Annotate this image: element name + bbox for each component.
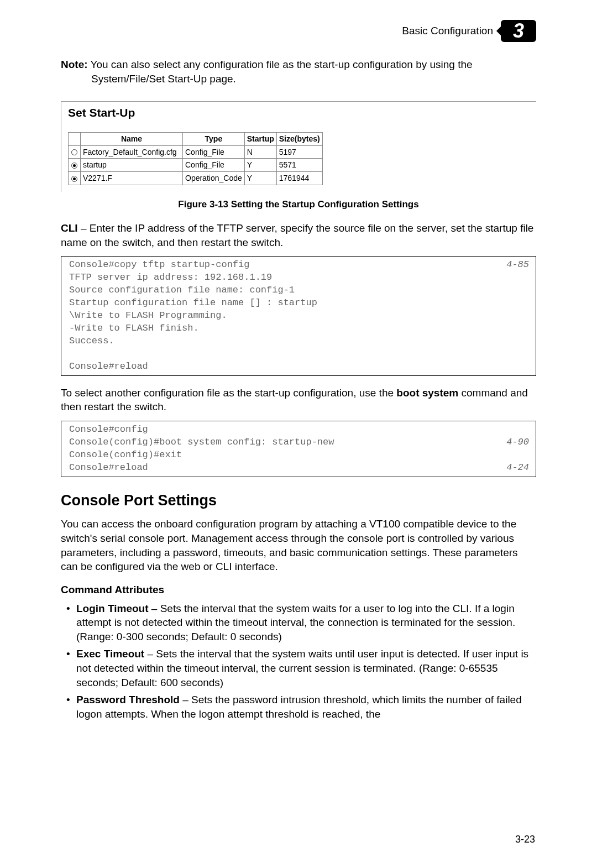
code-line: Console#reload [69, 361, 148, 372]
cell-size: 5571 [276, 159, 322, 172]
code-ref: 4-90 [506, 436, 529, 449]
radio-input[interactable] [71, 163, 77, 169]
command-attributes-heading: Command Attributes [61, 583, 536, 597]
table-header-row: Name Type Startup Size(bytes) [69, 132, 323, 145]
header-size: Size(bytes) [276, 132, 322, 145]
cli-paragraph: CLI – Enter the IP address of the TFTP s… [61, 221, 536, 249]
code-line: Success. [69, 336, 114, 346]
list-item: Login Timeout – Sets the interval that t… [61, 602, 536, 644]
list-item: Exec Timeout – Sets the interval that th… [61, 647, 536, 689]
figure-caption: Figure 3-13 Setting the Startup Configur… [61, 198, 536, 211]
note-text-line1: You can also select any configuration fi… [88, 59, 473, 70]
radio-input[interactable] [71, 149, 77, 155]
code-line: Startup configuration file name [] : sta… [69, 297, 317, 308]
code-block-2: Console#config Console(config)#boot syst… [61, 421, 536, 477]
code-ref: 4-24 [506, 462, 529, 474]
section-title: Console Port Settings [61, 490, 536, 510]
table-row: Factory_Default_Config.cfg Config_File N… [69, 145, 323, 159]
section-intro: You can access the onboard configuration… [61, 517, 536, 574]
code-line: \Write to FLASH Programming. [69, 310, 227, 321]
para-boot-system: To select another configuration file as … [61, 386, 536, 414]
note-label: Note: [61, 59, 88, 70]
radio-input[interactable] [71, 176, 77, 182]
para2-bold: boot system [396, 387, 458, 399]
attr-desc: – Sets the interval that the system wait… [76, 648, 528, 688]
attr-name: Login Timeout [76, 603, 149, 614]
code-ref: 4-85 [506, 259, 529, 271]
cell-name: V2271.F [81, 172, 183, 185]
cli-bold: CLI [61, 222, 78, 234]
header-radio [69, 132, 81, 145]
cell-type: Config_File [183, 145, 245, 159]
cli-rest: – Enter the IP address of the TFTP serve… [61, 222, 533, 248]
cell-type: Config_File [183, 159, 245, 172]
cell-name: Factory_Default_Config.cfg [81, 145, 183, 159]
cell-name: startup [81, 159, 183, 172]
code-line: Source configuration file name: config-1 [69, 285, 295, 295]
code-line: -Write to FLASH finish. [69, 323, 199, 333]
code-line: TFTP server ip address: 192.168.1.19 [69, 272, 272, 283]
header-title: Basic Configuration [402, 24, 493, 38]
header-startup: Startup [244, 132, 276, 145]
cell-startup: Y [244, 172, 276, 185]
page-number: 3-23 [515, 833, 535, 846]
table-row: V2271.F Operation_Code Y 1761944 [69, 172, 323, 185]
set-startup-panel: Set Start-Up Name Type Startup Size(byte… [61, 101, 536, 192]
list-item: Password Threshold – Sets the password i… [61, 693, 536, 721]
header-type: Type [183, 132, 245, 145]
page-header: Basic Configuration 3 [61, 20, 536, 42]
note-block: Note: You can also select any configurat… [61, 57, 536, 86]
code-line: Console(config)#boot system config: star… [69, 437, 334, 447]
cell-size: 5197 [276, 145, 322, 159]
attr-name: Exec Timeout [76, 648, 144, 660]
chapter-badge: 3 [501, 20, 536, 42]
code-line: Console#copy tftp startup-config [69, 259, 249, 270]
attribute-list: Login Timeout – Sets the interval that t… [61, 602, 536, 721]
code-line: Console(config)#exit [69, 449, 182, 460]
attr-name: Password Threshold [76, 694, 180, 705]
note-text-line2: System/File/Set Start-Up page. [91, 72, 536, 86]
table-row: startup Config_File Y 5571 [69, 159, 323, 172]
cell-startup: Y [244, 159, 276, 172]
file-table: Name Type Startup Size(bytes) Factory_De… [68, 132, 323, 186]
code-line: Console#config [69, 424, 148, 435]
para2-t1: To select another configuration file as … [61, 387, 396, 399]
panel-title: Set Start-Up [68, 105, 536, 121]
cell-startup: N [244, 145, 276, 159]
header-name: Name [81, 132, 183, 145]
cell-type: Operation_Code [183, 172, 245, 185]
cell-size: 1761944 [276, 172, 322, 185]
code-block-1: Console#copy tftp startup-config4-85 TFT… [61, 256, 536, 375]
code-line: Console#reload [69, 462, 148, 473]
